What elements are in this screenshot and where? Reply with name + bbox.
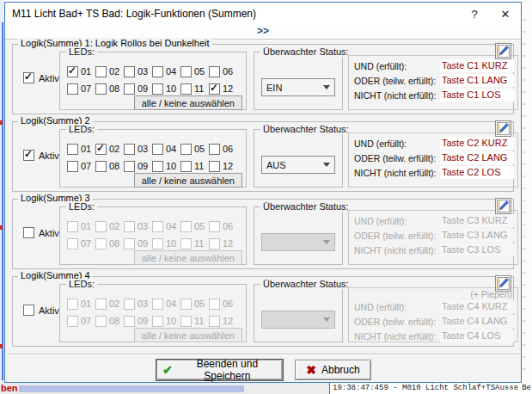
led-checkbox[interactable]: [180, 316, 192, 327]
led-checkbox[interactable]: [124, 144, 135, 155]
aktiv-label: Aktiv: [39, 305, 59, 316]
cross-icon: ✖: [306, 364, 316, 376]
led-checkbox[interactable]: [124, 161, 135, 172]
dropdown-value: EIN: [266, 83, 282, 93]
edit-button[interactable]: [495, 120, 511, 137]
status-row: UND (erfüllt): Taste C2 KURZ: [354, 136, 517, 151]
led-checkbox[interactable]: [180, 66, 192, 77]
status-label: Überwachter Status:: [260, 201, 352, 212]
led-checkbox[interactable]: [67, 83, 78, 95]
led-checkbox[interactable]: [67, 144, 78, 155]
led-checkbox[interactable]: [67, 221, 78, 232]
led-checkbox[interactable]: [209, 221, 220, 232]
led-checkbox[interactable]: [209, 66, 220, 77]
help-button[interactable]: ?: [459, 3, 490, 25]
led-checkbox[interactable]: [180, 238, 192, 249]
log-line-tail: Be: [520, 384, 531, 392]
led-checkbox[interactable]: [209, 238, 220, 249]
led-checkbox[interactable]: [124, 316, 135, 327]
status-row: NICHT (nicht erfüllt): Taste C3 LOS: [354, 243, 517, 257]
led-checkbox-cell: 04: [152, 140, 180, 157]
led-checkbox[interactable]: [95, 299, 107, 310]
led-checkbox[interactable]: [95, 238, 107, 249]
led-label: 02: [109, 221, 119, 231]
led-checkbox[interactable]: [152, 238, 163, 249]
aktiv-checkbox[interactable]: [23, 72, 34, 83]
save-and-close-button[interactable]: ✔ Beenden und Speichern: [156, 360, 283, 380]
led-checkbox[interactable]: [124, 238, 135, 249]
led-label: 09: [138, 238, 148, 249]
titlebar[interactable]: M11 Licht Bad+ TS Bad: Logik-Funktionen …: [5, 3, 521, 25]
led-label: 06: [223, 66, 233, 77]
led-checkbox[interactable]: [180, 299, 192, 310]
led-checkbox[interactable]: [95, 161, 107, 172]
aktiv-checkbox-field[interactable]: Aktiv: [23, 150, 59, 161]
led-checkbox[interactable]: [152, 221, 163, 232]
led-checkbox[interactable]: [67, 161, 78, 172]
aktiv-checkbox-field[interactable]: Aktiv: [23, 72, 59, 83]
led-checkbox[interactable]: [95, 83, 107, 95]
led-checkbox[interactable]: [124, 66, 135, 77]
led-checkbox[interactable]: [152, 299, 163, 310]
led-checkbox[interactable]: [209, 299, 220, 310]
led-label: 07: [81, 238, 91, 249]
edit-button[interactable]: [495, 275, 511, 292]
select-all-button[interactable]: alle / keine auswählen: [134, 95, 242, 110]
led-label: 05: [194, 144, 205, 154]
status-actions-box: UND (erfüllt): Taste C1 KURZ ODER (teilw…: [348, 55, 518, 110]
led-checkbox[interactable]: [124, 221, 135, 232]
aktiv-checkbox-field[interactable]: Aktiv: [23, 305, 59, 316]
led-checkbox[interactable]: [209, 161, 220, 172]
led-checkbox[interactable]: [95, 316, 107, 327]
led-label: 08: [109, 83, 119, 94]
led-checkbox[interactable]: [152, 161, 163, 172]
status-fieldset: Überwachter Status:: [254, 284, 343, 342]
led-checkbox[interactable]: [209, 83, 220, 95]
dialog-title: M11 Licht Bad+ TS Bad: Logik-Funktionen …: [5, 8, 459, 20]
led-checkbox[interactable]: [180, 144, 192, 155]
led-checkbox[interactable]: [152, 144, 163, 155]
edit-button[interactable]: [495, 43, 511, 59]
led-label: 02: [109, 144, 119, 154]
led-checkbox[interactable]: [209, 316, 220, 327]
led-checkbox-cell: 01: [67, 140, 95, 157]
led-checkbox[interactable]: [67, 238, 78, 249]
aktiv-checkbox[interactable]: [23, 227, 34, 238]
edit-button[interactable]: [495, 198, 511, 214]
status-row-value: Taste C3 KURZ: [440, 214, 514, 227]
led-checkbox[interactable]: [180, 161, 192, 172]
led-checkbox-cell: 08: [95, 157, 124, 175]
led-checkbox[interactable]: [67, 316, 78, 327]
led-checkbox[interactable]: [95, 144, 107, 155]
led-checkbox[interactable]: [95, 221, 107, 232]
aktiv-checkbox[interactable]: [23, 150, 34, 161]
status-row-value: Taste C4 LANG: [440, 315, 514, 328]
led-checkbox-cell: 11: [180, 157, 209, 175]
led-checkbox[interactable]: [152, 316, 163, 327]
aktiv-checkbox[interactable]: [23, 305, 34, 316]
led-label: 02: [109, 299, 119, 309]
led-grid: 01 02 03 04 05 06 07 08 09 10 11: [67, 140, 239, 175]
led-checkbox[interactable]: [180, 83, 192, 95]
status-dropdown[interactable]: AUS: [261, 156, 335, 174]
led-checkbox[interactable]: [124, 299, 135, 310]
status-dropdown[interactable]: EIN: [261, 78, 335, 96]
led-checkbox[interactable]: [180, 221, 192, 232]
led-checkbox-cell: 11: [180, 312, 209, 329]
led-checkbox[interactable]: [124, 83, 135, 95]
expand-button[interactable]: >>: [5, 25, 521, 39]
led-checkbox[interactable]: [67, 299, 78, 310]
led-checkbox[interactable]: [152, 66, 163, 77]
led-checkbox[interactable]: [209, 144, 220, 155]
led-checkbox-cell: 01: [67, 63, 95, 80]
led-checkbox[interactable]: [67, 66, 78, 77]
led-checkbox-cell: 02: [95, 295, 124, 312]
led-checkbox[interactable]: [152, 83, 163, 95]
close-button[interactable]: ✕: [490, 3, 521, 25]
cancel-button[interactable]: ✖ Abbruch: [295, 360, 371, 380]
select-all-button[interactable]: alle / keine auswählen: [134, 173, 242, 188]
status-row-value: Taste C3 LANG: [440, 229, 514, 242]
led-checkbox[interactable]: [95, 66, 107, 77]
led-checkbox-cell: 07: [67, 312, 95, 329]
aktiv-checkbox-field[interactable]: Aktiv: [23, 227, 59, 238]
